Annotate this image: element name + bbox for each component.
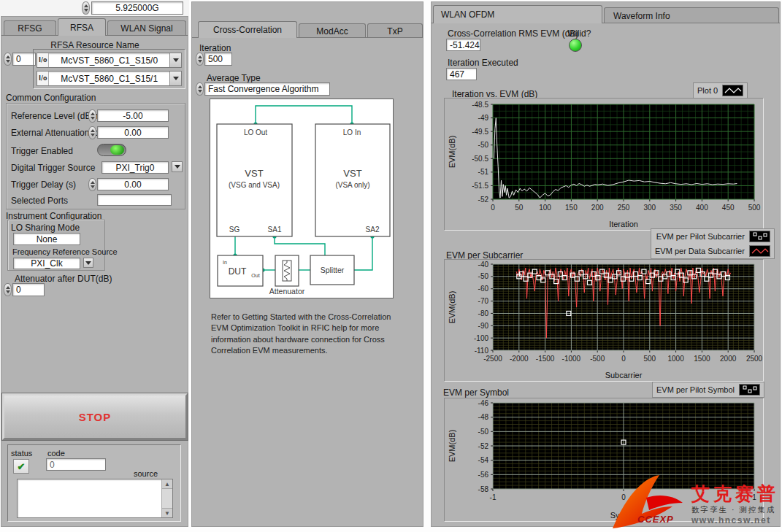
average-type-stepper[interactable] [196, 82, 204, 96]
svg-text:-2500: -2500 [483, 355, 502, 363]
digital-trigger-source-label: Digital Trigger Source [11, 163, 95, 173]
evm-subcarrier-chart[interactable]: -2500-2000-1500-1000-5000500100015002000… [445, 260, 763, 381]
average-type-label: Average Type [207, 73, 261, 83]
attenuator-after-dut-stepper[interactable] [4, 283, 12, 296]
attenuator-after-dut-input[interactable]: 0 [12, 283, 45, 296]
iteration-evm-chart[interactable]: 050100150200250300350400450500-52-51.5-5… [445, 99, 763, 230]
svg-text:150: 150 [565, 204, 578, 212]
svg-text:-110: -110 [475, 347, 489, 355]
check-icon: ✔ [18, 461, 26, 472]
watermark-logo-text: CCEXP [637, 514, 674, 525]
graph2-frame: -2500-2000-1500-1000-5000500100015002000… [444, 259, 764, 382]
digital-trigger-source-value[interactable]: PXI_Trig0 [101, 161, 169, 174]
svg-text:-50: -50 [478, 428, 489, 436]
instrument-config-group: LO Sharing Mode None Frequency Reference… [7, 220, 105, 271]
tab-wlan-signal[interactable]: WLAN Signal [107, 20, 186, 35]
hardware-connection-diagram: LO Out LO In VST (VSG and VSA) VST (VSA … [210, 99, 394, 298]
svg-text:-90: -90 [478, 322, 489, 330]
graph3-title: EVM per Symbol [443, 388, 509, 398]
svg-text:-60: -60 [478, 285, 489, 293]
svg-text:350: 350 [670, 204, 682, 212]
digital-trigger-source-dropdown[interactable] [172, 161, 183, 172]
scrollbar[interactable]: ▲ ▼ [161, 479, 172, 517]
scroll-down-icon[interactable]: ▼ [162, 508, 172, 517]
resource-combo-0[interactable]: I/o McVST_5860_C1_S15/0 [37, 53, 182, 68]
external-attenuation-input[interactable]: 0.00 [97, 126, 169, 139]
graph2-legend[interactable]: EVM per Pilot Subcarrier EVM per Data Su… [651, 228, 775, 259]
toggle-knob [110, 145, 124, 155]
svg-text:-46: -46 [478, 399, 489, 407]
frequency-reference-source-value[interactable]: PXI_Clk [13, 258, 80, 269]
tab-txp[interactable]: TxP [367, 23, 423, 38]
svg-text:300: 300 [643, 204, 656, 212]
svg-text:-1500: -1500 [536, 355, 555, 363]
average-type-input[interactable]: Fast Convergence Algorithm [204, 82, 330, 96]
rms-evm-label: Cross-Correlation RMS EVM (dB) [448, 28, 578, 39]
scroll-up-icon[interactable]: ▲ [162, 479, 172, 489]
code-value[interactable]: 0 [46, 458, 106, 471]
reference-level-input[interactable]: -5.00 [97, 109, 169, 122]
frequency-reference-source-dropdown[interactable] [83, 258, 93, 268]
tab-modacc[interactable]: ModAcc [299, 23, 366, 38]
graph3-legend[interactable]: EVM per Pilot Symbol [652, 382, 764, 398]
svg-text:-1: -1 [490, 493, 497, 501]
resource-index-stepper[interactable] [4, 53, 12, 66]
rms-evm-value: -51.4246 [446, 39, 480, 51]
svg-text:-48: -48 [478, 413, 489, 421]
watermark-url: www.hncsw.net [691, 515, 771, 525]
tab-wlan-ofdm[interactable]: WLAN OFDM [433, 5, 602, 23]
svg-text:100: 100 [539, 204, 551, 212]
svg-text:-80: -80 [478, 309, 489, 317]
svg-text:-50: -50 [478, 272, 489, 280]
lo-sharing-mode-value[interactable]: None [13, 233, 80, 245]
attenuator-after-dut-label: Attenuator after DUT(dB) [15, 274, 112, 284]
svg-text:-58: -58 [478, 485, 489, 493]
svg-text:0: 0 [491, 204, 495, 212]
io-icon: I/o [37, 53, 49, 67]
svg-text:Subcarrier: Subcarrier [605, 371, 643, 379]
source-textarea[interactable]: ▲ ▼ [17, 479, 173, 518]
svg-text:450: 450 [722, 204, 735, 212]
valid-led-indicator [569, 39, 582, 52]
right-panel: WLAN OFDM Waveform Info Cross-Correlatio… [431, 1, 781, 527]
svg-text:-56: -56 [478, 471, 489, 479]
svg-text:-40: -40 [478, 261, 489, 269]
svg-text:Iteration: Iteration [609, 220, 638, 228]
resource-combo-1[interactable]: I/o McVST_5860_C1_S15/1 [37, 71, 182, 86]
chevron-down-icon[interactable] [169, 53, 181, 67]
tab-rfsa[interactable]: RFSA [58, 18, 106, 36]
frequency-reference-source-label: Frequency Reference Source [12, 247, 118, 256]
svg-text:-48.5: -48.5 [472, 101, 488, 109]
svg-text:1500: 1500 [694, 355, 710, 363]
chevron-down-icon[interactable] [169, 72, 181, 85]
graph1-legend[interactable]: Plot 0 [693, 82, 748, 99]
svg-text:500: 500 [643, 355, 656, 363]
selected-ports-label: Selected Ports [11, 196, 68, 206]
frequency-input[interactable]: 5.925000G [91, 1, 183, 15]
selected-ports-input[interactable] [97, 194, 172, 206]
scatter-plot-icon [749, 231, 770, 242]
trigger-enabled-toggle[interactable] [97, 144, 126, 156]
iteration-label: Iteration [199, 43, 231, 53]
watermark-brand: 艾克赛普 [691, 482, 779, 506]
stop-button[interactable]: STOP [2, 393, 188, 440]
iteration-executed-label: Iteration Executed [448, 58, 518, 68]
svg-text:VST: VST [343, 168, 361, 179]
reference-level-stepper[interactable] [88, 109, 96, 123]
iteration-executed-value: 467 [446, 68, 477, 80]
external-attenuation-stepper[interactable] [88, 126, 96, 139]
tab-cross-correlation[interactable]: Cross-Correlation [198, 21, 297, 38]
svg-text:-51: -51 [478, 168, 489, 176]
svg-text:-49: -49 [478, 114, 489, 122]
svg-text:-50: -50 [478, 141, 489, 149]
frequency-stepper[interactable] [82, 1, 90, 15]
tab-rfsg[interactable]: RFSG [4, 20, 56, 35]
trigger-delay-input[interactable]: 0.00 [97, 178, 169, 190]
code-label: code [47, 449, 65, 458]
iteration-stepper[interactable] [196, 53, 204, 66]
svg-text:250: 250 [618, 204, 630, 212]
trigger-delay-stepper[interactable] [88, 178, 96, 191]
iteration-input[interactable]: 500 [204, 53, 232, 66]
svg-text:-500: -500 [590, 355, 605, 363]
tab-waveform-info[interactable]: Waveform Info [604, 7, 779, 23]
